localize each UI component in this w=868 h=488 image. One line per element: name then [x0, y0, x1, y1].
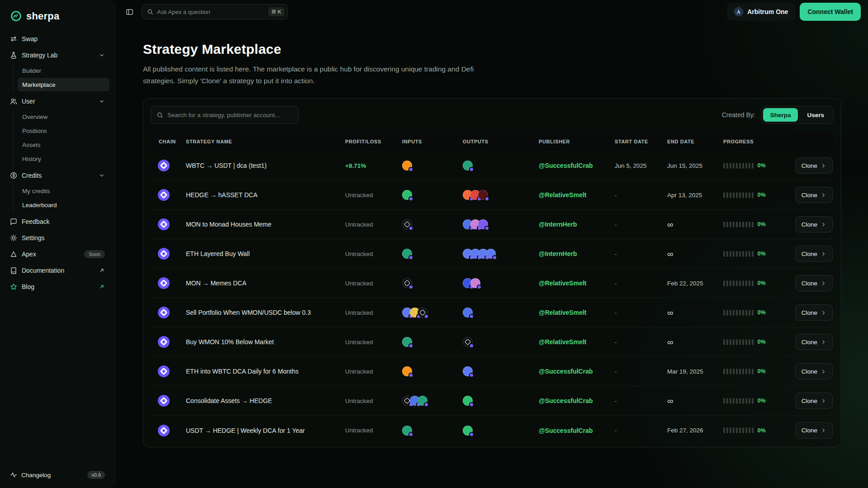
meme-pink-token-icon [470, 278, 480, 288]
clone-button[interactable]: Clone [795, 334, 833, 350]
clone-button[interactable]: Clone [795, 393, 833, 409]
sidebar-item-credits[interactable]: Credits [5, 168, 109, 183]
publisher-link[interactable]: @RelativeSmelt [539, 191, 586, 199]
chain-cell [151, 218, 186, 230]
panel-left-icon [126, 8, 133, 16]
input-tokens [402, 426, 463, 436]
output-tokens [463, 161, 539, 171]
progress-cell: 0% [723, 339, 787, 345]
usdc-blue-token-icon [463, 308, 473, 317]
profit-loss: Untracked [345, 427, 402, 434]
monad-chain-icon [158, 307, 170, 318]
publisher-link[interactable]: @RelativeSmelt [539, 309, 586, 316]
chain-cell [151, 307, 186, 318]
column-header-end-date: End Date [667, 139, 723, 144]
arbitrum-icon [734, 7, 743, 16]
progress-value: 0% [758, 251, 766, 257]
topbar-right: Arbitrum One Connect Wallet [727, 3, 861, 21]
input-tokens [402, 396, 463, 406]
sidebar-item-history[interactable]: History [18, 152, 109, 166]
clone-label: Clone [802, 309, 817, 316]
publisher-link[interactable]: @RelativeSmelt [539, 338, 586, 346]
content: Strategy Marketplace All published conte… [115, 24, 868, 447]
sidebar-item-feedback[interactable]: Feedback [5, 214, 109, 229]
profit-loss: Untracked [345, 251, 402, 257]
connect-wallet-button[interactable]: Connect Wallet [800, 3, 861, 21]
clone-button[interactable]: Clone [795, 216, 833, 232]
main-area: ⌘ K Arbitrum One Connect Wallet Strategy… [115, 0, 868, 488]
start-date: - [615, 339, 667, 346]
clone-button[interactable]: Clone [795, 275, 833, 291]
hedge-token-icon [463, 396, 473, 406]
sidebar-item-blog[interactable]: Blog [5, 279, 109, 294]
sidebar-item-my-credits[interactable]: My credits [18, 184, 109, 198]
strategy-name: Sell Portfolio When WMON/USDC below 0.3 [186, 309, 345, 316]
network-selector-button[interactable]: Arbitrum One [727, 3, 795, 21]
clone-button[interactable]: Clone [795, 246, 833, 262]
publisher-link[interactable]: @SuccessfulCrab [539, 368, 593, 375]
clone-button[interactable]: Clone [795, 304, 833, 321]
sidebar-item-label: Swap [22, 35, 105, 43]
profit-loss: Untracked [345, 309, 402, 316]
strategy-row: Consolidate Assets → HEDGEUntracked@Succ… [151, 386, 834, 416]
strategy-name: USDT → HEDGE | Weekly DCA for 1 Year [186, 427, 345, 434]
sidebar-item-apex[interactable]: ApexSoon [5, 246, 109, 262]
strategy-search-input[interactable] [167, 112, 293, 118]
progress-cell: 0% [723, 427, 787, 434]
sidebar-item-overview[interactable]: Overview [18, 110, 109, 123]
clone-button[interactable]: Clone [795, 363, 833, 379]
sidebar-item-settings[interactable]: Settings [5, 230, 109, 246]
apex-search-input[interactable] [157, 9, 265, 15]
start-date: - [615, 427, 667, 434]
sidebar-item-marketplace[interactable]: Marketplace [18, 78, 109, 91]
sidebar-item-leaderboard[interactable]: Leaderboard [18, 198, 109, 212]
sidebar-item-swap[interactable]: Swap [5, 31, 109, 47]
input-tokens [402, 161, 463, 171]
strategy-row: Sell Portfolio When WMON/USDC below 0.3U… [151, 298, 834, 327]
sidebar-item-builder[interactable]: Builder [18, 64, 109, 77]
publisher-link[interactable]: @SuccessfulCrab [539, 397, 593, 404]
wbtc-token-icon [402, 161, 412, 171]
brand-name: sherpa [26, 10, 59, 22]
progress-cell: 0% [723, 309, 787, 316]
sidebar-item-user[interactable]: User [5, 94, 109, 109]
sidebar-item-strategy-lab[interactable]: Strategy Lab [5, 47, 109, 63]
changelog-button[interactable]: Changelog v0.6 [5, 467, 109, 483]
publisher-link[interactable]: @SuccessfulCrab [539, 162, 593, 169]
publisher-link[interactable]: @InternHerb [539, 250, 577, 257]
sidebar-item-positions[interactable]: Positions [18, 124, 109, 137]
users-icon [10, 98, 17, 105]
filter-users[interactable]: Users [800, 108, 831, 122]
clone-button[interactable]: Clone [795, 157, 833, 174]
publisher-link[interactable]: @RelativeSmelt [539, 280, 586, 287]
apex-search: ⌘ K [142, 4, 288, 19]
input-tokens [402, 219, 463, 229]
strategy-name: HEDGE → hASSET DCA [186, 191, 345, 199]
clone-button[interactable]: Clone [795, 187, 833, 203]
strategy-name: WBTC → USDT | dca (test1) [186, 162, 345, 169]
chevron-right-icon [821, 222, 826, 227]
publisher-link[interactable]: @InternHerb [539, 221, 577, 228]
end-date: Feb 22, 2025 [667, 280, 723, 287]
shortcut-badge: ⌘ K [268, 7, 285, 16]
progress-bar [723, 163, 754, 169]
start-date: Jun 5, 2025 [615, 162, 667, 169]
sidebar-item-assets[interactable]: Assets [18, 138, 109, 152]
publisher-link[interactable]: @SuccessfulCrab [539, 427, 593, 434]
chevron-right-icon [821, 163, 826, 169]
progress-bar [723, 339, 754, 345]
search-icon [157, 112, 163, 118]
chain-badge-icon [424, 402, 429, 407]
input-tokens [402, 249, 463, 259]
monad-chain-icon [158, 277, 170, 289]
strategy-row: ETH Layered Buy WallUntracked@InternHerb… [151, 239, 834, 269]
gear-icon [10, 234, 17, 242]
external-link-icon [99, 267, 105, 274]
clone-button[interactable]: Clone [795, 422, 833, 439]
output-tokens [463, 278, 539, 288]
sidebar-toggle-button[interactable] [123, 5, 136, 18]
chevron-right-icon [821, 280, 826, 286]
output-tokens [463, 426, 539, 436]
sidebar-item-documentation[interactable]: Documentation [5, 263, 109, 278]
filter-sherpa[interactable]: Sherpa [763, 108, 798, 122]
